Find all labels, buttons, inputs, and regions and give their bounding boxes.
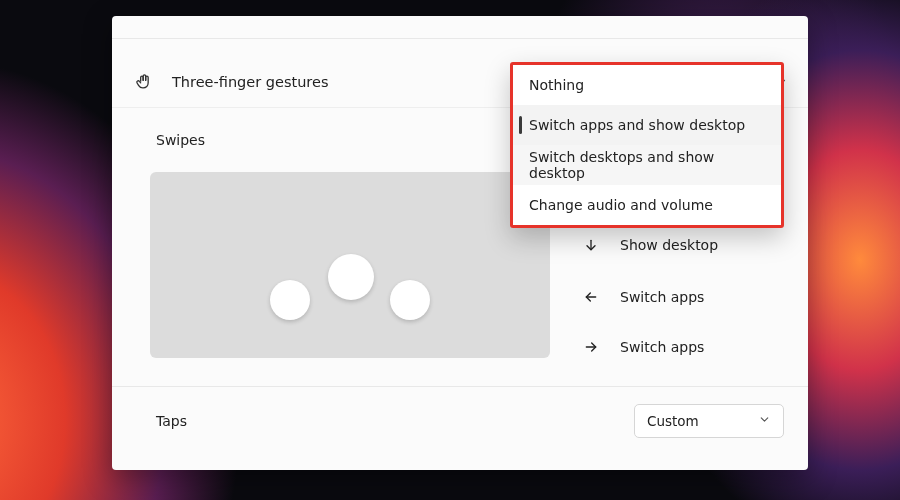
three-finger-hand-icon bbox=[134, 72, 154, 92]
swipes-options-popup: Nothing Switch apps and show desktop Swi… bbox=[510, 62, 784, 228]
finger-dot-icon bbox=[328, 254, 374, 300]
taps-label: Taps bbox=[156, 413, 187, 429]
taps-dropdown[interactable]: Custom bbox=[634, 404, 784, 438]
finger-dot-icon bbox=[390, 280, 430, 320]
swipe-left-action-row[interactable]: Switch apps bbox=[582, 288, 704, 306]
touchpad-settings-panel: Three-finger gestures Swipes Show deskto… bbox=[112, 16, 808, 470]
swipes-option[interactable]: Switch desktops and show desktop bbox=[513, 145, 781, 185]
swipe-right-label: Switch apps bbox=[620, 339, 704, 355]
taps-row: Taps Custom bbox=[112, 386, 808, 454]
arrow-down-icon bbox=[582, 236, 600, 254]
swipe-right-action-row[interactable]: Switch apps bbox=[582, 338, 704, 356]
swipe-down-action-row[interactable]: Show desktop bbox=[582, 236, 718, 254]
swipes-option-label: Switch desktops and show desktop bbox=[529, 149, 765, 181]
section-title: Three-finger gestures bbox=[172, 74, 328, 90]
taps-dropdown-value: Custom bbox=[647, 413, 699, 429]
swipes-option[interactable]: Nothing bbox=[513, 65, 781, 105]
panel-top-divider bbox=[112, 38, 808, 39]
arrow-left-icon bbox=[582, 288, 600, 306]
gesture-preview-pad bbox=[150, 172, 550, 358]
swipes-option[interactable]: Switch apps and show desktop bbox=[513, 105, 781, 145]
finger-dot-icon bbox=[270, 280, 310, 320]
swipe-down-label: Show desktop bbox=[620, 237, 718, 253]
chevron-down-icon bbox=[758, 413, 771, 429]
arrow-right-icon bbox=[582, 338, 600, 356]
swipes-label: Swipes bbox=[156, 132, 205, 148]
swipes-option[interactable]: Change audio and volume bbox=[513, 185, 781, 225]
swipes-option-label: Nothing bbox=[529, 77, 584, 93]
swipe-left-label: Switch apps bbox=[620, 289, 704, 305]
swipes-option-label: Switch apps and show desktop bbox=[529, 117, 745, 133]
swipes-option-label: Change audio and volume bbox=[529, 197, 713, 213]
